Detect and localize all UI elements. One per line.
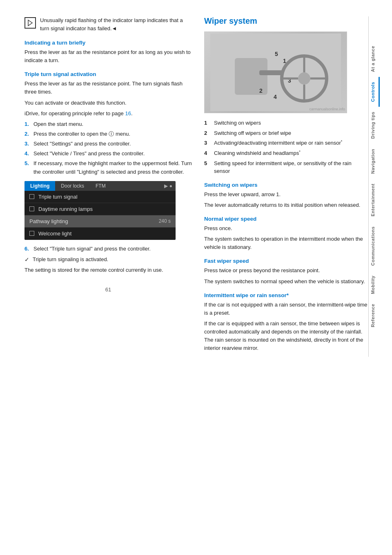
screen-tab-doorlocks: Door locks xyxy=(55,181,90,191)
wiper-item-4: 4 Cleaning windshield and headlamps* xyxy=(204,149,368,157)
checkmark-icon: ✓ xyxy=(24,256,29,263)
sidebar-tab-navigation[interactable]: Navigation xyxy=(369,144,380,179)
wiper-item-3-num: 3 xyxy=(204,139,210,147)
svg-marker-0 xyxy=(28,20,32,26)
step-3-text: Select "Settings" and press the controll… xyxy=(33,140,131,148)
screen-row-daytime-label: Daytime running lamps xyxy=(38,206,93,212)
svg-text:2: 2 xyxy=(259,87,263,94)
switching-section: Switching on wipers Press the lever upwa… xyxy=(204,182,368,209)
intermittent-body1: If the car is not equipped with a rain s… xyxy=(204,301,368,317)
checkbox-welcome[interactable] xyxy=(29,231,34,236)
checkbox-triple[interactable] xyxy=(29,194,34,199)
wiper-item-1-text: Switching on wipers xyxy=(214,119,261,127)
wiper-title: Wiper system xyxy=(204,16,368,26)
triple-body3-page[interactable]: 16 xyxy=(125,110,131,116)
step6-note: ✓ Triple turn signaling is activated. xyxy=(24,256,192,263)
screen-icon-dot: ● xyxy=(169,183,172,189)
triple-body2: You can activate or deactivate this func… xyxy=(24,99,192,107)
intermittent-heading: Intermittent wipe or rain sensor* xyxy=(204,292,368,298)
step-1: 1. Open the start menu. xyxy=(24,120,192,128)
svg-rect-2 xyxy=(235,58,267,95)
switching-body1: Press the lever upward, arrow 1. xyxy=(204,190,368,199)
step-6: 6. Select "Triple turn signal" and press… xyxy=(24,245,192,253)
step-2-num: 2. xyxy=(24,130,30,138)
wiper-svg: 5 1 3 4 2 xyxy=(210,34,341,111)
wiper-item-2-text: Switching off wipers or brief wipe xyxy=(214,129,291,137)
step-5: 5. If necessary, move the highlight mark… xyxy=(24,159,192,176)
intermittent-body2: If the car is equipped with a rain senso… xyxy=(204,320,368,353)
step-4-text: Select "Vehicle / Tires" and press the c… xyxy=(33,150,145,158)
wiper-img-inner: 5 1 3 4 2 carmanualsonline.info xyxy=(205,32,347,113)
page-number: 61 xyxy=(24,286,192,293)
fast-speed-body2: The system switches to normal speed when… xyxy=(204,278,368,286)
wiper-item-list: 1 Switching on wipers 2 Switching off wi… xyxy=(204,119,368,175)
step-6-text: Select "Triple turn signal" and press th… xyxy=(33,245,151,253)
fast-speed-heading: Fast wiper speed xyxy=(204,258,368,264)
switching-heading: Switching on wipers xyxy=(204,182,368,188)
wiper-item-2: 2 Switching off wipers or brief wipe xyxy=(204,129,368,137)
screen-row-daytime[interactable]: Daytime running lamps xyxy=(24,203,176,215)
svg-rect-3 xyxy=(259,70,284,75)
wiper-item-1-num: 1 xyxy=(204,119,210,127)
wiper-diagram: 5 1 3 4 2 carmanualsonline.info xyxy=(204,31,347,113)
sidebar-tab-mobility[interactable]: Mobility xyxy=(369,271,380,299)
watermark: carmanualsonline.info xyxy=(309,107,345,111)
steps-list: 1. Open the start menu. 2. Press the con… xyxy=(24,120,192,176)
wiper-item-1: 1 Switching on wipers xyxy=(204,119,368,127)
screen-row-pathway[interactable]: Pathway lighting 240 s xyxy=(24,215,176,228)
normal-speed-body2: The system switches to operation in the … xyxy=(204,235,368,251)
step6-list: 6. Select "Triple turn signal" and press… xyxy=(24,245,192,253)
fast-speed-body1: Press twice or press beyond the resistan… xyxy=(204,266,368,275)
step-1-num: 1. xyxy=(24,120,30,128)
screen-row-triple[interactable]: Triple turn signal xyxy=(24,191,176,203)
step6-note-text: Triple turn signaling is activated. xyxy=(33,256,108,262)
notice-text: Unusually rapid flashing of the indicato… xyxy=(40,16,192,32)
intermittent-section: Intermittent wipe or rain sensor* If the… xyxy=(204,292,368,353)
wiper-item-4-num: 4 xyxy=(204,149,210,157)
wiper-item-3-text: Activating/deactivating intermittent wip… xyxy=(214,139,342,147)
star-3: * xyxy=(341,139,343,143)
screen-row-triple-label: Triple turn signal xyxy=(38,194,78,200)
sidebar-tab-reference[interactable]: Reference xyxy=(369,299,380,332)
triple-section: Triple turn signal activation Press the … xyxy=(24,71,192,274)
intermittent-heading-text: Intermittent wipe or rain sensor* xyxy=(204,292,289,298)
step-3: 3. Select "Settings" and press the contr… xyxy=(24,140,192,148)
triple-body3-prefix: iDrive, for operating principle refer to… xyxy=(24,110,125,116)
normal-speed-section: Normal wiper speed Press once. The syste… xyxy=(204,216,368,251)
indicating-body: Press the lever as far as the resistance… xyxy=(24,48,192,65)
svg-point-10 xyxy=(298,72,310,85)
star-4: * xyxy=(299,150,301,154)
screen-row-welcome-label: Welcome light xyxy=(38,231,71,237)
wiper-item-2-num: 2 xyxy=(204,129,210,137)
sidebar: At a glance Controls Driving tips Naviga… xyxy=(368,16,380,539)
screen-tab-icons: ▶ ● xyxy=(164,183,176,189)
sidebar-tab-entertainment[interactable]: Entertainment xyxy=(369,179,380,221)
sidebar-container: At a glance Controls Driving tips Naviga… xyxy=(368,16,380,357)
indicating-heading: Indicating a turn briefly xyxy=(24,40,192,46)
wiper-item-3: 3 Activating/deactivating intermittent w… xyxy=(204,139,368,147)
indicating-section: Indicating a turn briefly Press the leve… xyxy=(24,40,192,65)
sidebar-tab-communications[interactable]: Communications xyxy=(369,222,380,271)
step-5-num: 5. xyxy=(24,159,30,176)
screen-mockup: Lighting Door locks FTM ▶ ● Triple turn … xyxy=(24,181,176,240)
wiper-item-5-num: 5 xyxy=(204,159,210,175)
step-5-text: If necessary, move the highlight marker … xyxy=(33,159,192,176)
screen-row-welcome[interactable]: Welcome light xyxy=(24,228,176,240)
screen-tab-ftm: FTM xyxy=(90,181,111,191)
sidebar-tab-at-a-glance[interactable]: At a glance xyxy=(369,41,380,77)
checkbox-daytime[interactable] xyxy=(29,206,34,211)
sidebar-tab-controls[interactable]: Controls xyxy=(369,77,380,107)
switching-body2: The lever automatically returns to its i… xyxy=(204,201,368,209)
triple-body1: Press the lever as far as the resistance… xyxy=(24,80,192,96)
screen-tabs-bar: Lighting Door locks FTM ▶ ● xyxy=(24,181,176,191)
screen-tab-lighting[interactable]: Lighting xyxy=(24,181,55,191)
screen-icon-play: ▶ xyxy=(164,183,168,189)
wiper-item-4-text: Cleaning windshield and headlamps* xyxy=(214,149,301,157)
sidebar-tab-driving-tips[interactable]: Driving tips xyxy=(369,107,380,144)
svg-text:5: 5 xyxy=(275,51,278,57)
wiper-item-5-text: Setting speed for intermittent wipe, or … xyxy=(214,159,368,175)
notice-icon xyxy=(24,17,36,29)
normal-speed-heading: Normal wiper speed xyxy=(204,216,368,222)
triple-body3: iDrive, for operating principle refer to… xyxy=(24,110,192,118)
normal-speed-body1: Press once. xyxy=(204,224,368,233)
